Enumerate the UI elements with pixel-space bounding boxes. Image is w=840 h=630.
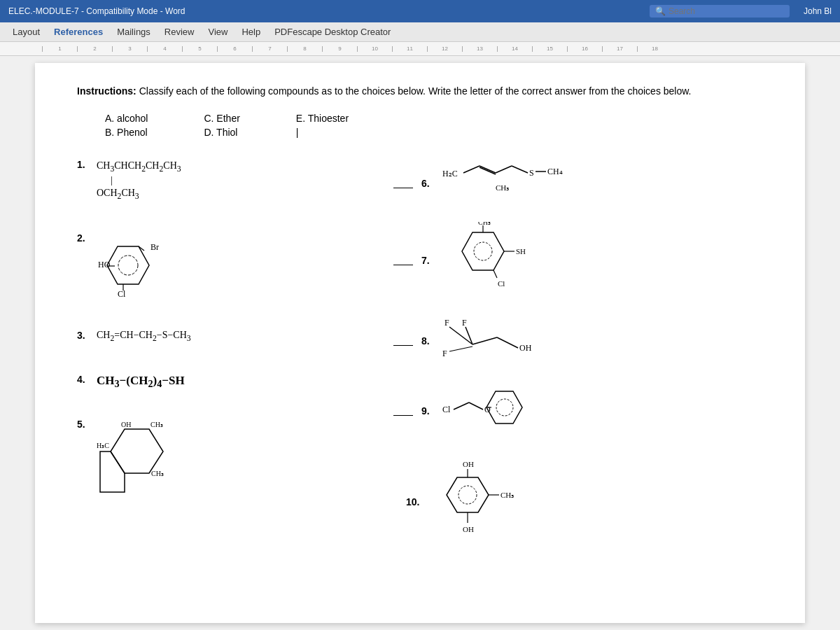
phenol-br-structure: HO Br Cl [97, 232, 181, 302]
ribbon-menu: Layout References Mailings Review View H… [0, 22, 840, 42]
choice-a: A. alcohol [105, 113, 148, 124]
svg-text:F: F [462, 318, 467, 328]
number-1: 1. [77, 159, 91, 170]
structure-6-svg: H₂C S CH₄ CH₃ [441, 159, 581, 208]
choice-c: C. Ether [204, 113, 239, 124]
svg-text:Br: Br [150, 242, 159, 252]
formula-5: H₃C OH CH₃ CH₃ [97, 419, 188, 498]
menu-references[interactable]: References [47, 24, 110, 40]
svg-line-40 [449, 346, 472, 351]
number-3: 3. [77, 330, 91, 341]
svg-text:H₂C: H₂C [442, 169, 458, 178]
formula-2: HO Br Cl [97, 232, 181, 305]
structure-6: 6. H₂C S CH₄ CH₃ [393, 159, 763, 208]
structure-10-svg: OH CH₃ OH [426, 456, 538, 547]
main-content: 1. CH3CHCH2CH2CH3 | OCH2CH3 2. [77, 159, 763, 547]
svg-line-30 [493, 270, 497, 278]
menu-layout[interactable]: Layout [6, 24, 47, 40]
search-bar[interactable]: 🔍 [650, 5, 790, 18]
compound-4: 4. CH3−(CH2)4−SH [77, 374, 379, 390]
compound-2: 2. HO Br Cl [77, 232, 379, 305]
svg-text:CH₃: CH₃ [496, 183, 509, 192]
number-4: 4. [77, 374, 91, 385]
title-bar: ELEC.-MODULE-7 - Compatibility Mode - Wo… [0, 0, 840, 22]
instructions: Instructions: Classify each of the follo… [77, 84, 763, 99]
choices-col-2: C. Ether D. Thiol [204, 113, 239, 138]
formula-1: CH3CHCH2CH2CH3 | OCH2CH3 [97, 159, 181, 201]
svg-text:SH: SH [516, 247, 526, 255]
number-9: 9. [421, 405, 435, 416]
svg-marker-48 [447, 477, 489, 512]
blank-7[interactable] [393, 255, 413, 265]
svg-text:CH₃: CH₃ [150, 421, 163, 428]
choices-row: A. alcohol B. Phenol C. Ether D. Thiol E… [105, 113, 763, 138]
choices-col-1: A. alcohol B. Phenol [105, 113, 148, 138]
number-8: 8. [421, 335, 435, 346]
structure-9-svg: Cl O [441, 383, 581, 439]
svg-line-17 [496, 166, 512, 173]
formula-3: CH2=CH−CH2−S−CH3 [97, 330, 191, 343]
svg-text:CH₃: CH₃ [478, 222, 491, 226]
blank-9[interactable] [393, 406, 413, 416]
svg-text:CH₃: CH₃ [500, 491, 514, 499]
svg-text:Cl: Cl [118, 289, 126, 299]
document-area: Instructions: Classify each of the follo… [35, 63, 805, 623]
svg-marker-45 [486, 391, 522, 424]
svg-text:OH: OH [463, 525, 474, 533]
menu-pdfescpae[interactable]: PDFescape Desktop Creator [267, 24, 398, 40]
svg-text:CH₄: CH₄ [547, 167, 563, 176]
choices-col-3: E. Thioester | [296, 113, 349, 138]
svg-text:CH₃: CH₃ [151, 470, 164, 477]
user-name: John Bl [804, 6, 832, 16]
svg-marker-8 [111, 429, 163, 473]
menu-help[interactable]: Help [234, 24, 267, 40]
svg-point-2 [118, 255, 138, 275]
menu-view[interactable]: View [201, 24, 234, 40]
svg-text:F: F [444, 318, 449, 328]
number-6: 6. [421, 178, 435, 189]
choice-e: E. Thioester [296, 113, 349, 124]
ruler-marks: 1 2 3 4 5 6 7 8 9 10 11 12 13 14 15 16 1… [42, 46, 672, 52]
svg-line-43 [469, 402, 483, 410]
svg-text:S: S [529, 168, 534, 178]
svg-line-16 [479, 166, 496, 173]
svg-line-18 [512, 166, 528, 173]
svg-marker-9 [100, 451, 125, 492]
structure-8-svg: F F OH F [441, 313, 553, 369]
blank-8[interactable] [393, 336, 413, 346]
svg-text:Cl: Cl [498, 279, 505, 288]
number-7: 7. [421, 255, 435, 266]
cyclohexane-structure: H₃C OH CH₃ CH₃ [97, 419, 188, 496]
blank-6[interactable] [393, 178, 413, 188]
svg-point-49 [458, 486, 477, 504]
number-5: 5. [77, 419, 91, 430]
compound-5: 5. H₃C OH CH₃ CH₃ [77, 419, 379, 498]
choice-b: B. Phenol [105, 127, 148, 138]
svg-line-36 [472, 337, 497, 344]
structure-9: 9. Cl O [393, 383, 763, 439]
ruler: 1 2 3 4 5 6 7 8 9 10 11 12 13 14 15 16 1… [0, 42, 840, 56]
svg-point-46 [496, 399, 513, 416]
svg-line-37 [497, 337, 518, 348]
svg-text:OH: OH [519, 343, 532, 353]
choice-d: D. Thiol [204, 127, 239, 138]
formula-4: CH3−(CH2)4−SH [97, 374, 185, 390]
window-title: ELEC.-MODULE-7 - Compatibility Mode - Wo… [8, 6, 636, 16]
number-10: 10. [406, 496, 420, 507]
choice-e-mark: | [296, 127, 349, 138]
structure-10: 10. OH CH₃ OH [393, 456, 763, 547]
menu-mailings[interactable]: Mailings [110, 24, 158, 40]
structure-7: 7. CH₃ SH Cl [393, 222, 763, 299]
svg-marker-1 [107, 246, 149, 284]
svg-text:H₃C: H₃C [97, 442, 109, 449]
svg-line-15 [463, 166, 479, 173]
menu-review[interactable]: Review [158, 24, 202, 40]
svg-text:OH: OH [463, 460, 474, 468]
number-2: 2. [77, 232, 91, 244]
search-input[interactable] [668, 6, 774, 16]
svg-text:Cl: Cl [442, 405, 451, 414]
svg-line-19 [479, 167, 496, 174]
svg-point-25 [474, 242, 492, 260]
left-compounds: 1. CH3CHCH2CH2CH3 | OCH2CH3 2. [77, 159, 379, 547]
structure-8: 8. F F OH F [393, 313, 763, 369]
